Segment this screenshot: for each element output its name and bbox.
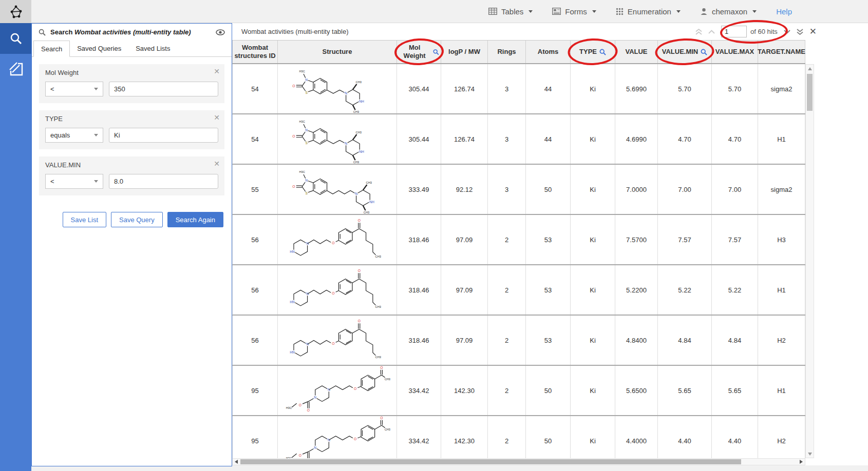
structure-cell[interactable] <box>278 366 397 415</box>
cell-value-min: 4.70 <box>658 114 712 164</box>
column-header-type[interactable]: TYPE <box>571 41 615 63</box>
triangle-down-icon <box>808 453 812 456</box>
search-title-table-name: Wombat activities (multi-entity table) <box>74 28 191 36</box>
scroll-left-button[interactable] <box>233 459 240 465</box>
sidebar-tool-structure-editor[interactable] <box>0 54 31 85</box>
forms-icon <box>552 8 561 15</box>
tab-saved-lists[interactable]: Saved Lists <box>128 41 177 56</box>
pagination: of 60 hits ✕ <box>695 26 817 37</box>
column-header-logp-mw[interactable]: logP / MW <box>441 41 488 63</box>
filter-value-input[interactable] <box>109 174 218 189</box>
column-header-rings[interactable]: Rings <box>488 41 526 63</box>
search-panel-title: Search Wombat activities (multi-entity t… <box>50 28 191 36</box>
cell-target-name: H1 <box>758 114 805 164</box>
cell-target-name: H1 <box>758 366 805 415</box>
cell-value-max: 5.65 <box>712 366 758 415</box>
cell-mol-weight: 334.42 <box>397 416 441 458</box>
cell-value: 4.4000 <box>615 416 658 458</box>
cell-id: 54 <box>233 64 278 113</box>
table-row[interactable]: 54305.44126.74344Ki4.69904.704.70H1 <box>232 114 805 165</box>
operator-value: equals <box>50 131 70 139</box>
close-icon[interactable]: ✕ <box>214 68 220 75</box>
table-row[interactable]: 55333.4992.12350Ki7.00007.007.00sigma2 <box>232 165 805 215</box>
cell-value-max: 5.22 <box>712 265 758 315</box>
sidebar-tool-search[interactable] <box>0 23 31 54</box>
table-row[interactable]: 95334.42142.30250Ki4.40004.404.40H2 <box>232 416 805 458</box>
column-search-icon[interactable] <box>599 49 606 55</box>
table-row[interactable]: 56318.4697.09253Ki4.84004.844.84H2 <box>232 316 805 366</box>
menu-label: Tables <box>501 7 523 16</box>
operator-select[interactable]: equals <box>45 128 103 143</box>
structure-cell[interactable] <box>278 114 397 164</box>
table-row[interactable]: 95334.42142.30250Ki5.65005.655.65H1 <box>232 366 805 416</box>
menu-enumeration[interactable]: Enumeration <box>616 7 681 16</box>
user-icon <box>700 8 708 15</box>
cell-type: Ki <box>571 215 615 264</box>
structure-cell[interactable] <box>278 64 397 113</box>
close-icon[interactable]: ✕ <box>809 27 817 36</box>
cell-logp-mw: 142.30 <box>441 416 488 458</box>
record-number-input[interactable] <box>721 26 747 37</box>
cell-type: Ki <box>571 265 615 315</box>
cell-target-name: sigma2 <box>758 64 805 113</box>
operator-select[interactable]: < <box>45 174 103 189</box>
horizontal-scrollbar[interactable] <box>232 458 805 465</box>
first-record-button[interactable] <box>695 29 702 35</box>
column-header-target-name[interactable]: TARGET.NAME <box>758 41 805 63</box>
menu-forms[interactable]: Forms <box>552 7 596 16</box>
structure-cell[interactable] <box>278 316 397 365</box>
record-position: of 60 hits <box>721 26 778 37</box>
column-header-wombat-structures-id[interactable]: Wombat structures ID <box>233 41 278 63</box>
column-header-value[interactable]: VALUE <box>615 41 658 63</box>
horizontal-scrollbar-thumb[interactable] <box>240 459 741 464</box>
structure-thumbnail <box>279 65 395 113</box>
cell-mol-weight: 318.46 <box>397 265 441 315</box>
cell-rings: 3 <box>488 64 526 113</box>
column-header-value-max[interactable]: VALUE.MAX <box>712 41 758 63</box>
filter-value-input[interactable] <box>109 128 218 143</box>
structure-cell[interactable] <box>278 265 397 315</box>
cell-value: 5.6990 <box>615 64 658 113</box>
structure-thumbnail <box>279 266 395 315</box>
table-row[interactable]: 54305.44126.74344Ki5.69905.705.70sigma2 <box>232 64 805 114</box>
cell-type: Ki <box>571 416 615 458</box>
column-search-icon[interactable] <box>433 49 439 55</box>
close-icon[interactable]: ✕ <box>214 114 220 121</box>
vertical-scrollbar-thumb[interactable] <box>807 74 813 111</box>
menu-user-chemaxon[interactable]: chemaxon <box>700 7 757 16</box>
column-header-structure[interactable]: Structure <box>278 41 397 63</box>
column-header-atoms[interactable]: Atoms <box>526 41 571 63</box>
last-record-button[interactable] <box>797 29 803 35</box>
next-record-button[interactable] <box>784 30 790 34</box>
scroll-down-button[interactable] <box>806 450 814 458</box>
save-query-button[interactable]: Save Query <box>111 212 163 227</box>
save-list-button[interactable]: Save List <box>63 212 106 227</box>
search-again-button[interactable]: Search Again <box>167 212 223 227</box>
operator-select[interactable]: < <box>45 82 103 96</box>
scroll-right-button[interactable] <box>798 459 805 465</box>
previous-record-button[interactable] <box>708 30 715 34</box>
column-search-icon[interactable] <box>701 49 707 55</box>
help-link[interactable]: Help <box>776 7 792 16</box>
vertical-scrollbar[interactable] <box>805 64 814 458</box>
cell-value-max: 4.70 <box>712 114 758 164</box>
tab-saved-queries[interactable]: Saved Queries <box>70 41 128 56</box>
column-header-value-min[interactable]: VALUE.MIN <box>658 41 712 63</box>
column-header-mol-weight[interactable]: Mol Weight <box>397 41 441 63</box>
structure-cell[interactable] <box>278 416 397 458</box>
filter-value-input[interactable] <box>109 82 218 96</box>
structure-cell[interactable] <box>278 215 397 264</box>
tab-search[interactable]: Search <box>33 41 70 57</box>
preview-toggle[interactable] <box>216 29 225 35</box>
cell-value-max: 7.57 <box>712 215 758 264</box>
cell-mol-weight: 333.49 <box>397 165 441 214</box>
table-row[interactable]: 56318.4697.09253Ki7.57007.577.57H3 <box>232 215 805 265</box>
cell-target-name: H2 <box>758 316 805 365</box>
cell-value: 5.6500 <box>615 366 658 415</box>
table-row[interactable]: 56318.4697.09253Ki5.22005.225.22H1 <box>232 265 805 316</box>
menu-tables[interactable]: Tables <box>488 7 533 16</box>
close-icon[interactable]: ✕ <box>214 160 220 167</box>
structure-editor-icon <box>8 62 24 76</box>
scroll-up-button[interactable] <box>806 65 814 72</box>
structure-cell[interactable] <box>278 165 397 214</box>
